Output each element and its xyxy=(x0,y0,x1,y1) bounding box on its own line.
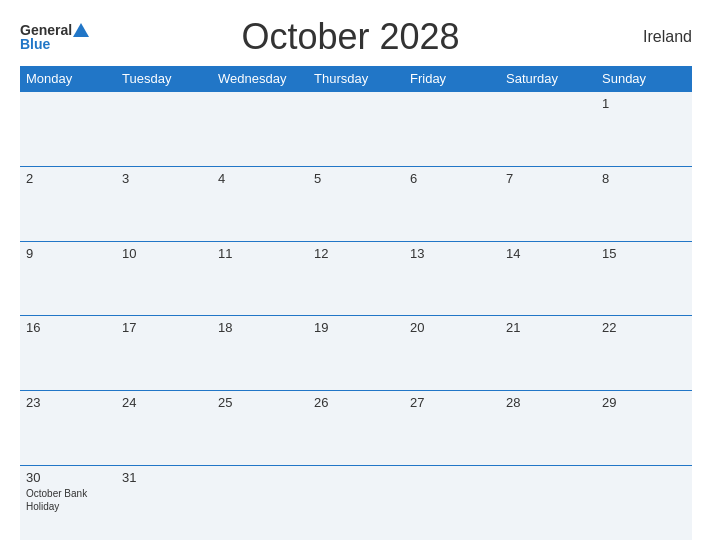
day-number: 9 xyxy=(26,246,110,261)
cell-w4-d3: 18 xyxy=(212,316,308,391)
cell-w5-d2: 24 xyxy=(116,391,212,466)
day-number: 8 xyxy=(602,171,686,186)
day-number: 28 xyxy=(506,395,590,410)
day-number: 12 xyxy=(314,246,398,261)
day-number: 4 xyxy=(218,171,302,186)
cell-w5-d1: 23 xyxy=(20,391,116,466)
cell-w3-d7: 15 xyxy=(596,241,692,316)
cell-w1-d3 xyxy=(212,92,308,167)
cell-w2-d2: 3 xyxy=(116,166,212,241)
col-sunday: Sunday xyxy=(596,66,692,92)
week-row-2: 2345678 xyxy=(20,166,692,241)
cell-w6-d2: 31 xyxy=(116,465,212,540)
header: General Blue October 2028 Ireland xyxy=(20,16,692,58)
cell-w2-d1: 2 xyxy=(20,166,116,241)
cell-w4-d4: 19 xyxy=(308,316,404,391)
cell-w2-d3: 4 xyxy=(212,166,308,241)
cell-w2-d6: 7 xyxy=(500,166,596,241)
cell-w1-d4 xyxy=(308,92,404,167)
col-friday: Friday xyxy=(404,66,500,92)
col-tuesday: Tuesday xyxy=(116,66,212,92)
day-number: 21 xyxy=(506,320,590,335)
day-number: 5 xyxy=(314,171,398,186)
day-number: 11 xyxy=(218,246,302,261)
cell-w3-d1: 9 xyxy=(20,241,116,316)
day-number: 3 xyxy=(122,171,206,186)
cell-w2-d7: 8 xyxy=(596,166,692,241)
week-row-5: 23242526272829 xyxy=(20,391,692,466)
cell-w3-d2: 10 xyxy=(116,241,212,316)
week-row-1: 1 xyxy=(20,92,692,167)
day-number: 26 xyxy=(314,395,398,410)
day-number: 18 xyxy=(218,320,302,335)
cell-w6-d1: 30October Bank Holiday xyxy=(20,465,116,540)
week-row-4: 16171819202122 xyxy=(20,316,692,391)
logo: General Blue xyxy=(20,23,89,51)
cell-w4-d2: 17 xyxy=(116,316,212,391)
cell-w6-d6 xyxy=(500,465,596,540)
cell-w5-d3: 25 xyxy=(212,391,308,466)
day-number: 27 xyxy=(410,395,494,410)
cell-w6-d4 xyxy=(308,465,404,540)
cell-w6-d7 xyxy=(596,465,692,540)
calendar-header: Monday Tuesday Wednesday Thursday Friday… xyxy=(20,66,692,92)
calendar-title: October 2028 xyxy=(89,16,612,58)
week-row-6: 30October Bank Holiday31 xyxy=(20,465,692,540)
day-number: 31 xyxy=(122,470,206,485)
day-number: 24 xyxy=(122,395,206,410)
calendar: Monday Tuesday Wednesday Thursday Friday… xyxy=(20,66,692,540)
day-number: 17 xyxy=(122,320,206,335)
day-number: 20 xyxy=(410,320,494,335)
col-saturday: Saturday xyxy=(500,66,596,92)
col-wednesday: Wednesday xyxy=(212,66,308,92)
cell-w6-d3 xyxy=(212,465,308,540)
day-number: 15 xyxy=(602,246,686,261)
day-number: 10 xyxy=(122,246,206,261)
day-number: 1 xyxy=(602,96,686,111)
col-monday: Monday xyxy=(20,66,116,92)
country-label: Ireland xyxy=(612,28,692,46)
cell-w3-d3: 11 xyxy=(212,241,308,316)
day-number: 29 xyxy=(602,395,686,410)
calendar-table: Monday Tuesday Wednesday Thursday Friday… xyxy=(20,66,692,540)
cell-w6-d5 xyxy=(404,465,500,540)
cell-w3-d4: 12 xyxy=(308,241,404,316)
cell-w4-d6: 21 xyxy=(500,316,596,391)
logo-general-text: General xyxy=(20,23,72,37)
calendar-body: 1234567891011121314151617181920212223242… xyxy=(20,92,692,541)
day-number: 23 xyxy=(26,395,110,410)
day-number: 19 xyxy=(314,320,398,335)
cell-w1-d5 xyxy=(404,92,500,167)
day-number: 6 xyxy=(410,171,494,186)
logo-blue-text: Blue xyxy=(20,37,89,51)
cell-w3-d6: 14 xyxy=(500,241,596,316)
logo-triangle-icon xyxy=(73,23,89,37)
day-number: 13 xyxy=(410,246,494,261)
day-number: 2 xyxy=(26,171,110,186)
cell-w1-d6 xyxy=(500,92,596,167)
cell-w1-d2 xyxy=(116,92,212,167)
day-number: 16 xyxy=(26,320,110,335)
cell-w2-d5: 6 xyxy=(404,166,500,241)
cell-w5-d6: 28 xyxy=(500,391,596,466)
col-thursday: Thursday xyxy=(308,66,404,92)
logo-block: General Blue xyxy=(20,23,89,51)
week-row-3: 9101112131415 xyxy=(20,241,692,316)
day-number: 7 xyxy=(506,171,590,186)
cell-w4-d1: 16 xyxy=(20,316,116,391)
cell-w1-d1 xyxy=(20,92,116,167)
cell-w1-d7: 1 xyxy=(596,92,692,167)
cell-w5-d7: 29 xyxy=(596,391,692,466)
header-row: Monday Tuesday Wednesday Thursday Friday… xyxy=(20,66,692,92)
cell-w4-d5: 20 xyxy=(404,316,500,391)
day-number: 30 xyxy=(26,470,110,485)
day-number: 25 xyxy=(218,395,302,410)
cell-w5-d5: 27 xyxy=(404,391,500,466)
holiday-label: October Bank Holiday xyxy=(26,487,110,513)
cell-w5-d4: 26 xyxy=(308,391,404,466)
day-number: 22 xyxy=(602,320,686,335)
cell-w3-d5: 13 xyxy=(404,241,500,316)
day-number: 14 xyxy=(506,246,590,261)
cell-w4-d7: 22 xyxy=(596,316,692,391)
cell-w2-d4: 5 xyxy=(308,166,404,241)
